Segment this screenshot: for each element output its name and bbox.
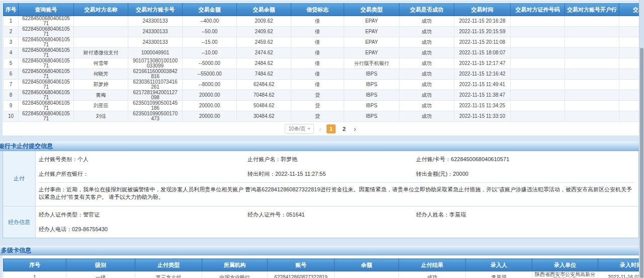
column-header: 序号 bbox=[4, 259, 66, 271]
table-cell: 50484.62 bbox=[237, 101, 291, 111]
table-cell bbox=[74, 27, 128, 37]
table-cell: 70484.62 bbox=[237, 90, 291, 101]
table-cell: 成功 bbox=[399, 271, 466, 278]
agent-info-group: 经办信息 经办人证件类型：警官证 经办人证件号：051641 经办人姓名：李晨琨… bbox=[3, 206, 638, 238]
table-cell: 243300133 bbox=[128, 37, 183, 48]
table-cell: IBPS bbox=[344, 69, 399, 80]
table-cell: 6228450068040610571 bbox=[19, 27, 74, 37]
column-header: 交易对方账号开户行 bbox=[565, 4, 619, 16]
table-cell bbox=[565, 16, 619, 27]
table-cell: 7484.62 bbox=[237, 69, 291, 80]
table-cell: 成功 bbox=[399, 16, 454, 27]
spacer bbox=[0, 238, 644, 246]
vertical-scrollbar[interactable] bbox=[639, 0, 644, 278]
page-size-label: 10条/页 bbox=[288, 125, 305, 132]
table-cell: 成功 bbox=[399, 111, 454, 122]
table-cell: --10.00 bbox=[183, 48, 237, 58]
table-cell: 借 bbox=[291, 37, 344, 48]
table-cell: 2 bbox=[4, 27, 19, 37]
page-size-select[interactable]: 10条/页 bbox=[285, 124, 314, 134]
page-button-2[interactable]: 2 bbox=[340, 124, 349, 133]
table-cell: 黄梅 bbox=[74, 90, 128, 101]
transactions-table: 序号查询账号交易对方名称交易对方账卡号交易金额交易余额借贷标志交易类型交易是否成… bbox=[3, 3, 644, 122]
table-cell: 243300133 bbox=[128, 27, 183, 37]
chevron-down-icon bbox=[307, 128, 310, 130]
field-account-category: 止付账号类别：个人 bbox=[39, 156, 248, 163]
table-cell bbox=[74, 37, 128, 48]
table-cell: --5000.00 bbox=[183, 58, 237, 69]
table-cell: 2459.62 bbox=[237, 37, 291, 48]
table-cell: --15.00 bbox=[183, 37, 237, 48]
header-row: 序号级别止付类型所属机构账号余额止付结果录入人录入单位录入时间 bbox=[4, 259, 644, 271]
table-cell: IBPS bbox=[344, 111, 399, 122]
field-account-name: 止付账户名：郭梦艳 bbox=[248, 156, 416, 163]
table-cell: 借 bbox=[291, 58, 344, 69]
stop-payment-reason-text: 止付事由：近期，我单位在接报刘妮被骗警情中，发现涉案人员利用贵单位相关账户 曹鸿… bbox=[39, 182, 634, 205]
table-row: 46228450068040610571财付通微信支付1000049901--1… bbox=[4, 48, 644, 58]
column-header: 交易对方账卡号 bbox=[128, 4, 183, 16]
table-cell: EPAY bbox=[344, 37, 399, 48]
table-cell: 借 bbox=[291, 48, 344, 58]
table-cell: 6228450068040610571 bbox=[19, 48, 74, 58]
table-cell: 成功 bbox=[399, 48, 454, 58]
table-cell: 一级 bbox=[66, 271, 135, 278]
table-cell: 6228450068040610571 bbox=[19, 80, 74, 90]
table-cell bbox=[565, 80, 619, 90]
column-header: 查询账号 bbox=[19, 4, 74, 16]
prev-page-icon[interactable]: ‹ bbox=[318, 124, 323, 133]
field-card-number: 止付账/卡号：6228450068040610571 bbox=[416, 156, 634, 163]
table-cell: --8000.00 bbox=[183, 80, 237, 90]
column-header: 余额 bbox=[335, 259, 399, 271]
table-row: 1一级第三方止付中国农业银行6228412860827322819成功李晨琨陕西… bbox=[4, 271, 644, 278]
column-header: 录入时间 bbox=[598, 259, 644, 271]
table-cell: 成功 bbox=[399, 90, 454, 101]
section-title: 银行卡止付提交信息 bbox=[0, 142, 53, 151]
column-header: 借贷标志 bbox=[291, 4, 344, 16]
table-row: 76228450068040610571郭梦婷62303611010734162… bbox=[4, 80, 644, 90]
column-header: 级别 bbox=[66, 259, 135, 271]
table-cell bbox=[565, 111, 619, 122]
field-agent-id-number: 经办人证件号：051641 bbox=[248, 211, 416, 219]
table-cell bbox=[511, 27, 565, 37]
table-cell bbox=[335, 271, 399, 278]
stop-payment-panel: 止付 止付账号类别：个人 止付账户名：郭梦艳 止付账/卡号：6228450068… bbox=[3, 151, 639, 238]
table-cell: 8 bbox=[4, 90, 19, 101]
table-cell: IBPS bbox=[344, 80, 399, 90]
table-cell: 成功 bbox=[399, 37, 454, 48]
multi-card-panel: 序号级别止付类型所属机构账号余额止付结果录入人录入单位录入时间1一级第三方止付中… bbox=[3, 255, 639, 278]
table-cell: 刘星臣 bbox=[74, 101, 128, 111]
table-cell: 6228450068040610571 bbox=[19, 58, 74, 69]
table-cell: 2484.62 bbox=[237, 58, 291, 69]
table-cell bbox=[565, 48, 619, 58]
next-page-icon[interactable]: › bbox=[353, 124, 357, 133]
table-cell: 5 bbox=[4, 58, 19, 69]
multi-card-section-header: 多级卡信息 bbox=[0, 246, 644, 255]
table-cell: 成功 bbox=[399, 80, 454, 90]
field-agent-name: 经办人姓名：李晨琨 bbox=[416, 211, 634, 219]
column-header: 交易时间 bbox=[454, 4, 511, 16]
table-cell: 7 bbox=[4, 80, 19, 90]
field-transfer-amount: 转出金额(元)：20000 bbox=[416, 170, 634, 178]
table-cell: 借 bbox=[291, 16, 344, 27]
table-cell: 2022-11-15 18:08:07 bbox=[454, 48, 511, 58]
table-cell bbox=[565, 69, 619, 80]
spacer bbox=[0, 135, 644, 142]
column-header: 序号 bbox=[4, 4, 19, 16]
table-cell: EPAY bbox=[344, 16, 399, 27]
table-cell: 6235010990500145186 bbox=[128, 101, 183, 111]
table-cell: 6228412860827322819 bbox=[268, 271, 335, 278]
group-label-jingban: 经办信息 bbox=[3, 206, 36, 238]
table-cell: 2022-11-15 11:33:10 bbox=[454, 111, 511, 122]
table-cell: 6228450068040610571 bbox=[19, 37, 74, 48]
scrollbar-thumb[interactable] bbox=[640, 48, 643, 278]
multi-card-table: 序号级别止付类型所属机构账号余额止付结果录入人录入单位录入时间1一级第三方止付中… bbox=[3, 258, 644, 278]
table-cell bbox=[565, 37, 619, 48]
column-header: 交易类型 bbox=[344, 4, 399, 16]
page-button-1[interactable]: 1 bbox=[327, 124, 336, 133]
header-row: 序号查询账号交易对方名称交易对方账卡号交易金额交易余额借贷标志交易类型交易是否成… bbox=[4, 4, 644, 16]
table-cell: --55000.00 bbox=[183, 69, 237, 80]
table-cell: 1000049901 bbox=[128, 48, 183, 58]
table-cell: 20000.00 bbox=[183, 101, 237, 111]
table-cell: 中国农业银行 bbox=[202, 271, 268, 278]
table-cell: 6 bbox=[4, 69, 19, 80]
